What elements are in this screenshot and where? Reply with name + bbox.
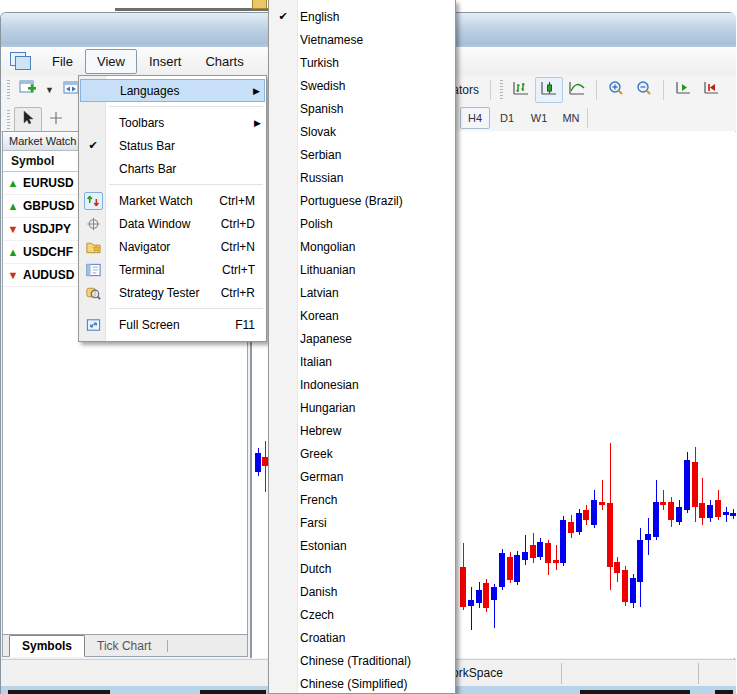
language-label: Latvian	[297, 286, 339, 300]
view-menu-item-charts-bar[interactable]: Charts Bar	[80, 157, 265, 180]
symbol-name: EURUSD	[23, 176, 74, 190]
navigator-icon	[80, 239, 106, 255]
candle-body	[530, 545, 536, 558]
view-menu-item-strategy-tester[interactable]: Strategy TesterCtrl+R	[80, 281, 265, 304]
toolbar-grip[interactable]	[7, 80, 10, 100]
view-menu-item-data-window[interactable]: Data WindowCtrl+D	[80, 212, 265, 235]
language-label: Hungarian	[297, 401, 355, 415]
language-item-serbian[interactable]: Serbian	[269, 143, 455, 166]
language-item-estonian[interactable]: Estonian	[269, 534, 455, 557]
tab-symbols[interactable]: Symbols	[9, 635, 85, 657]
language-item-mongolian[interactable]: Mongolian	[269, 235, 455, 258]
market-watch-tabs: SymbolsTick Chart	[3, 634, 247, 656]
language-item-swedish[interactable]: Swedish	[269, 74, 455, 97]
language-item-english[interactable]: ✔English	[269, 5, 455, 28]
view-menu-item-terminal[interactable]: TerminalCtrl+T	[80, 258, 265, 281]
tab-tick-chart[interactable]: Tick Chart	[85, 636, 163, 656]
language-item-dutch[interactable]: Dutch	[269, 557, 455, 580]
language-item-spanish[interactable]: Spanish	[269, 97, 455, 120]
language-label: Russian	[297, 171, 343, 185]
language-item-indonesian[interactable]: Indonesian	[269, 373, 455, 396]
zoom-out-button[interactable]	[630, 77, 658, 103]
line-chart-button[interactable]	[563, 77, 591, 103]
menu-item-insert[interactable]: Insert	[137, 49, 194, 74]
language-item-hebrew[interactable]: Hebrew	[269, 419, 455, 442]
language-item-italian[interactable]: Italian	[269, 350, 455, 373]
language-item-chinese-traditional[interactable]: Chinese (Traditional)	[269, 649, 455, 672]
candle-body	[614, 562, 620, 573]
up-arrow-icon: ▲	[3, 177, 23, 189]
view-menu-item-market-watch[interactable]: Market WatchCtrl+M	[80, 189, 265, 212]
candlestick-icon	[540, 80, 558, 100]
language-label: Mongolian	[297, 240, 355, 254]
cursor-button[interactable]	[14, 107, 42, 133]
language-item-japanese[interactable]: Japanese	[269, 327, 455, 350]
language-item-chinese-simplified[interactable]: Chinese (Simplified)	[269, 672, 455, 694]
language-label: Greek	[297, 447, 333, 461]
language-item-latvian[interactable]: Latvian	[269, 281, 455, 304]
view-menu-item-navigator[interactable]: NavigatorCtrl+N	[80, 235, 265, 258]
up-arrow-icon: ▲	[3, 200, 23, 212]
candle-body	[507, 557, 513, 580]
status-bar-separator	[698, 663, 699, 684]
chevron-down-icon[interactable]: ▼	[42, 85, 57, 95]
language-item-german[interactable]: German	[269, 465, 455, 488]
language-item-slovak[interactable]: Slovak	[269, 120, 455, 143]
new-chart-button[interactable]	[14, 77, 42, 103]
cursor-buttons	[14, 107, 70, 133]
view-menu-item-languages[interactable]: Languages▶	[80, 79, 265, 102]
toolbar-grip[interactable]	[500, 80, 503, 100]
language-item-czech[interactable]: Czech	[269, 603, 455, 626]
submenu-arrow-icon: ▶	[253, 86, 260, 96]
candle-body	[645, 534, 651, 540]
language-item-french[interactable]: French	[269, 488, 455, 511]
language-label: Spanish	[297, 102, 343, 116]
language-label: German	[297, 470, 343, 484]
background-icon-fragment	[252, 0, 267, 9]
language-item-croatian[interactable]: Croatian	[269, 626, 455, 649]
language-item-korean[interactable]: Korean	[269, 304, 455, 327]
menu-item-file[interactable]: File	[40, 49, 85, 74]
language-item-hungarian[interactable]: Hungarian	[269, 396, 455, 419]
crosshair-button[interactable]	[42, 107, 70, 133]
chart-tool-buttons	[507, 77, 725, 103]
language-item-polish[interactable]: Polish	[269, 212, 455, 235]
timeframe-button-h4[interactable]: H4	[460, 107, 490, 129]
language-label: Lithuanian	[297, 263, 355, 277]
language-item-vietnamese[interactable]: Vietnamese	[269, 28, 455, 51]
zoom-in-button[interactable]	[602, 77, 630, 103]
language-label: Vietnamese	[297, 33, 363, 47]
view-menu-item-full-screen[interactable]: Full ScreenF11	[80, 313, 265, 336]
view-menu: Languages▶Toolbars▶✔Status BarCharts Bar…	[78, 75, 267, 342]
toolbar-main-right: Indicators	[421, 77, 725, 103]
language-item-russian[interactable]: Russian	[269, 166, 455, 189]
candle-body	[599, 502, 605, 505]
step-forward-button[interactable]	[669, 77, 697, 103]
language-label: Swedish	[297, 79, 345, 93]
language-item-greek[interactable]: Greek	[269, 442, 455, 465]
view-menu-item-status-bar[interactable]: ✔Status Bar	[80, 134, 265, 157]
check-icon: ✔	[269, 10, 297, 23]
candle-wick	[265, 441, 266, 492]
timeframe-button-w1[interactable]: W1	[524, 107, 554, 129]
bar-chart-button[interactable]	[507, 77, 535, 103]
language-item-portuguese-brazil[interactable]: Portuguese (Brazil)	[269, 189, 455, 212]
timeframe-button-d1[interactable]: D1	[492, 107, 522, 129]
language-label: English	[297, 10, 339, 24]
language-item-danish[interactable]: Danish	[269, 580, 455, 603]
candlestick-button[interactable]	[535, 77, 563, 103]
terminal-icon	[80, 262, 106, 278]
language-item-turkish[interactable]: Turkish	[269, 51, 455, 74]
language-item-lithuanian[interactable]: Lithuanian	[269, 258, 455, 281]
toolbar-separator	[587, 108, 588, 128]
view-menu-item-toolbars[interactable]: Toolbars▶	[80, 111, 265, 134]
menu-item-charts[interactable]: Charts	[193, 49, 255, 74]
candle-body	[723, 512, 729, 515]
step-to-end-button[interactable]	[697, 77, 725, 103]
language-label: Serbian	[297, 148, 341, 162]
menu-item-view[interactable]: View	[85, 49, 137, 74]
toolbar-grip[interactable]	[7, 110, 10, 130]
candle-body	[715, 500, 721, 517]
timeframe-button-mn[interactable]: MN	[556, 107, 586, 129]
language-item-farsi[interactable]: Farsi	[269, 511, 455, 534]
